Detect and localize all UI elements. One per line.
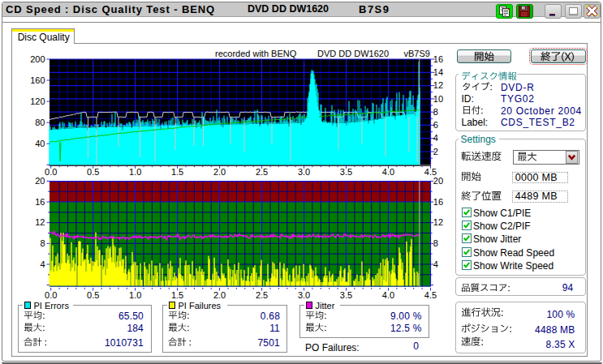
- svg-text:160: 160: [30, 75, 45, 85]
- svg-text:80: 80: [35, 118, 45, 127]
- svg-text:8: 8: [40, 238, 45, 248]
- svg-text:20: 20: [35, 176, 45, 186]
- svg-text:2.0: 2.0: [213, 167, 226, 177]
- svg-text:2.5: 2.5: [256, 167, 268, 177]
- svg-text:16: 16: [433, 197, 443, 207]
- svg-text:120: 120: [30, 96, 45, 106]
- svg-text:0.0: 0.0: [45, 167, 57, 177]
- svg-text:4: 4: [40, 259, 45, 269]
- svg-text:vB7S9: vB7S9: [404, 49, 430, 58]
- svg-text:1.5: 1.5: [171, 167, 183, 177]
- svg-text:3.5: 3.5: [340, 290, 352, 300]
- svg-text:1.0: 1.0: [129, 167, 141, 177]
- svg-text:10: 10: [433, 94, 443, 104]
- svg-text:recorded with BENQ: recorded with BENQ: [215, 49, 297, 58]
- svg-text:16: 16: [35, 197, 45, 207]
- svg-text:200: 200: [30, 54, 45, 64]
- svg-text:4.0: 4.0: [382, 290, 394, 300]
- svg-text:12: 12: [433, 80, 443, 90]
- svg-text:4: 4: [433, 259, 438, 269]
- svg-text:0.5: 0.5: [87, 290, 99, 300]
- svg-text:4: 4: [433, 133, 438, 143]
- svg-text:1.5: 1.5: [171, 290, 183, 300]
- svg-text:12: 12: [35, 217, 45, 227]
- svg-text:2.5: 2.5: [256, 290, 268, 300]
- svg-text:8: 8: [433, 238, 438, 248]
- svg-text:DVD DD DW1620: DVD DD DW1620: [317, 49, 389, 58]
- svg-text:3.0: 3.0: [298, 290, 310, 300]
- svg-text:40: 40: [35, 139, 45, 148]
- svg-text:8: 8: [433, 107, 438, 117]
- svg-text:2.0: 2.0: [213, 290, 226, 300]
- svg-text:4.5: 4.5: [424, 290, 437, 300]
- svg-text:2: 2: [433, 147, 438, 156]
- svg-text:3.0: 3.0: [298, 167, 310, 177]
- svg-text:0.5: 0.5: [87, 167, 99, 177]
- svg-text:0.0: 0.0: [45, 290, 57, 300]
- svg-text:6: 6: [433, 120, 438, 130]
- svg-text:14: 14: [433, 67, 443, 77]
- svg-text:12: 12: [433, 217, 443, 227]
- svg-text:16: 16: [433, 54, 443, 64]
- svg-text:4.0: 4.0: [382, 167, 394, 177]
- svg-text:20: 20: [433, 176, 443, 186]
- svg-text:3.5: 3.5: [340, 167, 352, 177]
- svg-text:1.0: 1.0: [129, 290, 141, 300]
